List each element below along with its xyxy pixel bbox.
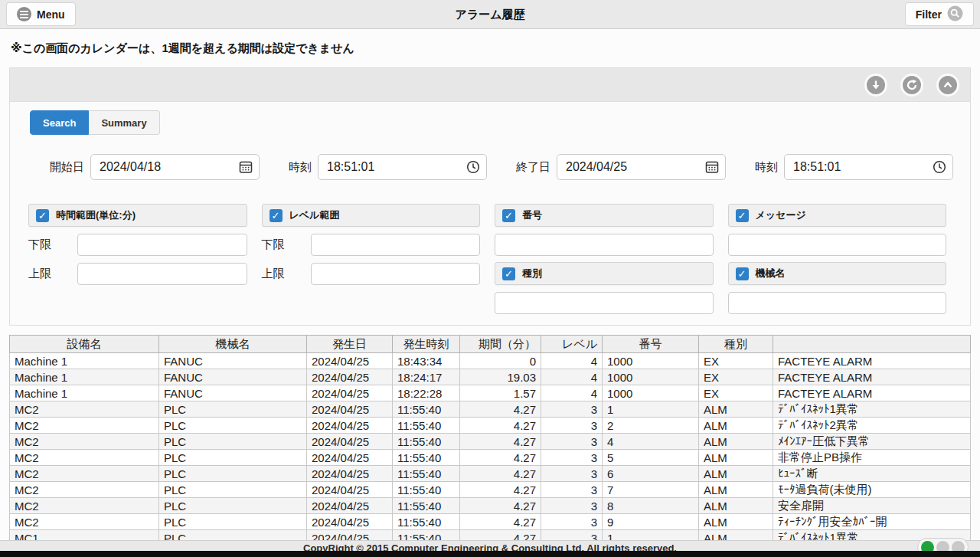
table-cell: 2024/04/25 [307,418,393,434]
table-row[interactable]: MC2PLC2024/04/2511:55:404.2735ALM非常停止PB操… [10,450,971,466]
table-cell: MC2 [10,450,159,466]
page-title: アラーム履歴 [0,0,980,29]
alarm-table-body: Machine 1FANUC2024/04/2518:43:34041000EX… [10,353,971,541]
message-checkbox[interactable]: ✓ [736,209,749,222]
table-cell: 3 [541,530,603,541]
table-cell: 11:55:40 [393,498,460,514]
level-range-label: レベル範囲 [289,208,340,222]
table-cell: 4 [603,434,699,450]
table-cell: 18:24:17 [393,369,460,385]
table-cell: FANUC [159,385,307,401]
table-row[interactable]: Machine 1FANUC2024/04/2518:24:1719.03410… [10,369,971,385]
download-icon[interactable] [864,74,887,97]
end-time-group: 時刻 [755,154,953,180]
table-row[interactable]: Machine 1FANUC2024/04/2518:22:281.574100… [10,385,971,401]
level-lower-input[interactable] [311,234,481,256]
table-cell: FANUC [159,369,307,385]
level-range-checkbox[interactable]: ✓ [270,209,283,222]
level-lower-label: 下限 [262,238,311,252]
table-row[interactable]: MC2PLC2024/04/2511:55:404.2731ALMﾃﾞﾊﾞｲｽﾈ… [10,401,971,418]
table-cell: ﾋｭｰｽﾞ断 [773,466,971,482]
table-cell: FACTEYE ALARM [773,369,971,385]
table-cell: 11:55:40 [393,482,460,498]
table-cell: PLC [159,530,307,541]
start-time-field [318,154,487,180]
table-cell: 1.57 [460,385,541,401]
table-cell: EX [699,385,773,401]
collapse-icon[interactable] [936,74,959,97]
table-row[interactable]: Machine 1FANUC2024/04/2518:43:34041000EX… [10,353,971,369]
table-row[interactable]: MC2PLC2024/04/2511:55:404.2736ALMﾋｭｰｽﾞ断 [10,466,971,482]
table-row[interactable]: MC1PLC2024/04/2511:55:404.2731ALMﾃﾞﾊﾞｲｽﾈ… [10,530,971,541]
table-cell: 2024/04/25 [307,498,393,514]
table-cell: PLC [159,450,307,466]
table-cell: 19.03 [460,369,541,385]
start-time-input[interactable] [318,154,487,180]
table-cell: ALM [699,514,773,530]
table-cell: 4 [541,369,603,385]
table-cell: ﾃﾞﾊﾞｲｽﾈｯﾄ2異常 [773,418,971,434]
time-range-header: ✓ 時間範囲(単位:分) [28,204,247,227]
table-cell: PLC [159,418,307,434]
table-cell: MC1 [10,530,159,541]
table-cell: 5 [603,450,699,466]
alarm-table: 設備名 機械名 発生日 発生時刻 期間（分） レベル 番号 種別 Machine… [9,335,971,540]
tab-summary[interactable]: Summary [89,110,159,135]
calendar-icon[interactable] [239,160,253,177]
number-checkbox[interactable]: ✓ [502,209,515,222]
table-cell: PLC [159,434,307,450]
table-cell: PLC [159,401,307,418]
end-date-input[interactable] [557,154,726,180]
end-time-input[interactable] [784,154,953,180]
table-cell: Machine 1 [10,353,159,369]
clock-icon[interactable] [466,160,480,177]
calendar-icon[interactable] [705,160,719,177]
filter-button[interactable]: Filter [905,2,974,26]
time-upper-input[interactable] [77,263,247,285]
table-cell: 2024/04/25 [307,482,393,498]
end-time-field [784,154,953,180]
table-cell: 1 [603,530,699,541]
time-range-checkbox[interactable]: ✓ [36,209,49,222]
table-row[interactable]: MC2PLC2024/04/2511:55:404.2734ALMﾒｲﾝｴｱｰ圧… [10,434,971,450]
top-bar: Menu アラーム履歴 Filter [0,0,980,29]
col-header-time: 発生時刻 [393,336,460,353]
table-row[interactable]: MC2PLC2024/04/2511:55:404.2732ALMﾃﾞﾊﾞｲｽﾈ… [10,418,971,434]
table-cell: EX [699,353,773,369]
message-input[interactable] [728,234,947,256]
level-upper-input[interactable] [311,263,481,285]
time-lower-input[interactable] [77,234,247,256]
table-cell: 2024/04/25 [307,369,393,385]
tab-search[interactable]: Search [30,110,89,135]
category-checkbox[interactable]: ✓ [502,267,515,280]
table-cell: 11:55:40 [393,434,460,450]
machine-header: ✓ 機械名 [728,262,947,285]
machine-checkbox[interactable]: ✓ [736,267,749,280]
number-input[interactable] [495,234,714,256]
table-cell: 4 [541,385,603,401]
table-cell: 11:55:40 [393,401,460,418]
clock-icon[interactable] [933,160,946,177]
machine-input[interactable] [728,292,947,314]
table-cell: 3 [541,514,603,530]
col-header-date: 発生日 [307,336,393,353]
table-cell: ALM [699,401,773,418]
table-cell: ﾃﾞﾊﾞｲｽﾈｯﾄ1異常 [773,401,971,418]
table-cell: 11:55:40 [393,466,460,482]
category-header: ✓ 種別 [495,262,714,285]
category-input[interactable] [495,292,714,314]
table-cell: MC2 [10,434,159,450]
message-label: メッセージ [756,208,806,222]
message-header: ✓ メッセージ [728,204,947,227]
filter-time-range: ✓ 時間範囲(単位:分) 下限 上限 [28,204,247,314]
table-cell: 3 [541,466,603,482]
table-row[interactable]: MC2PLC2024/04/2511:55:404.2737ALMﾓｰﾀ過負荷(… [10,482,971,498]
table-row[interactable]: MC2PLC2024/04/2511:55:404.2739ALMﾃｨｰﾁﾝｸﾞ… [10,514,971,530]
table-cell: 0 [460,353,541,369]
start-date-field [90,154,260,180]
table-cell: 1000 [603,369,699,385]
start-date-input[interactable] [90,154,260,180]
table-row[interactable]: MC2PLC2024/04/2511:55:404.2738ALM安全扉開 [10,498,971,514]
table-cell: MC2 [10,482,159,498]
refresh-icon[interactable] [900,74,923,97]
